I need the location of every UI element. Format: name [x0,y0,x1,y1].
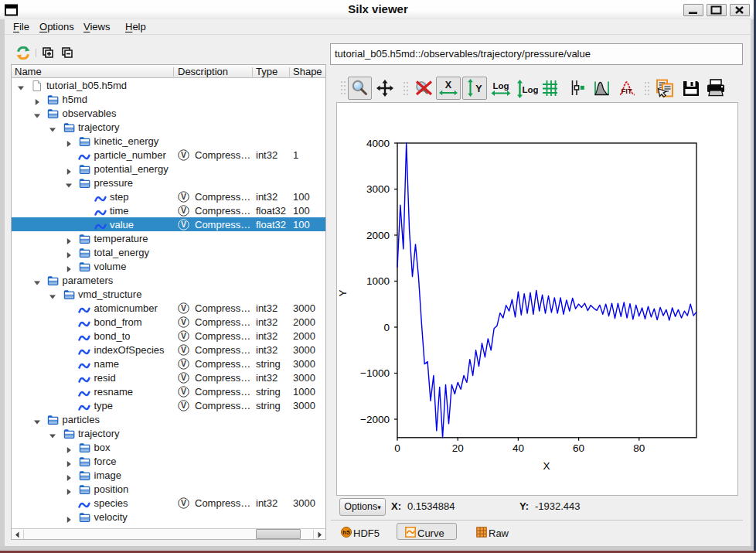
svg-text:V: V [181,359,186,368]
svg-text:V: V [181,373,186,382]
svg-text:Y: Y [475,84,482,94]
svg-text:3000: 3000 [366,183,390,195]
svg-text:FIT: FIT [621,87,632,95]
svg-text:1000: 1000 [366,275,390,287]
svg-text:Log: Log [522,85,538,94]
svg-text:Y: Y [337,289,349,296]
svg-text:80: 80 [633,442,645,454]
svg-text:4000: 4000 [366,138,390,149]
svg-text:h5: h5 [342,529,350,536]
svg-text:X: X [543,460,550,472]
svg-text:−1000: −1000 [360,367,390,379]
svg-text:Log: Log [492,81,509,90]
svg-text:60: 60 [573,442,584,454]
svg-text:V: V [181,498,186,507]
svg-text:X: X [445,80,452,90]
svg-text:20: 20 [452,442,464,454]
svg-text:V: V [181,331,186,340]
svg-text:40: 40 [513,442,524,454]
svg-text:V: V [181,317,186,326]
svg-text:0: 0 [394,442,400,454]
svg-text:V: V [181,150,186,159]
svg-text:2000: 2000 [366,230,390,241]
svg-text:V: V [181,303,186,312]
svg-text:V: V [181,220,186,229]
svg-text:−2000: −2000 [360,414,390,425]
svg-text:V: V [181,401,186,410]
svg-text:V: V [181,345,186,354]
svg-text:V: V [181,206,186,215]
svg-text:0: 0 [383,322,390,333]
svg-text:V: V [181,192,186,201]
svg-text:V: V [181,387,186,396]
